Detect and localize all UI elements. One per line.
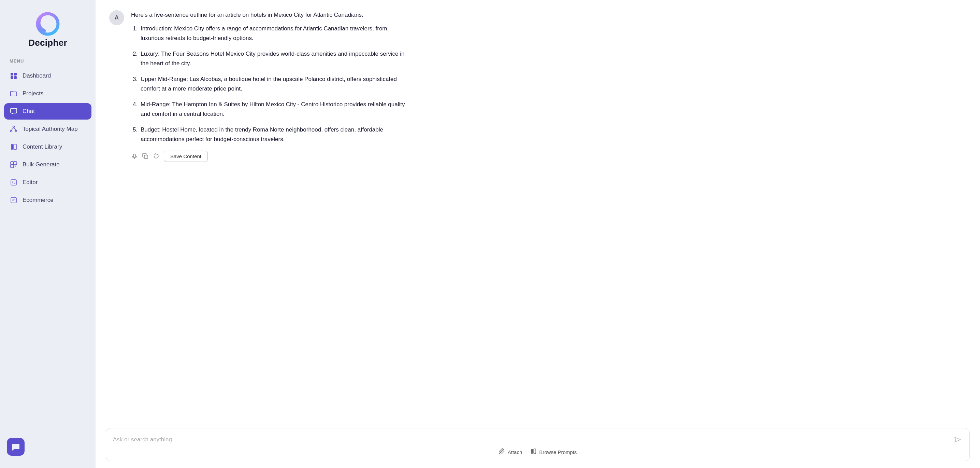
svg-rect-16 — [11, 165, 14, 168]
attach-button[interactable]: Attach — [499, 448, 522, 456]
svg-rect-13 — [14, 144, 16, 150]
svg-rect-24 — [534, 449, 536, 454]
sidebar-item-projects[interactable]: Projects — [4, 85, 91, 102]
library-icon — [10, 143, 18, 151]
menu-label: MENU — [0, 58, 95, 68]
chat-input[interactable] — [113, 436, 949, 443]
sidebar-item-dashboard[interactable]: Dashboard — [4, 68, 91, 84]
sidebar-item-label-ecommerce: Ecommerce — [22, 197, 54, 204]
svg-rect-1 — [11, 73, 13, 75]
ecommerce-icon — [10, 196, 18, 204]
sidebar-item-label-content-library: Content Library — [22, 144, 62, 150]
logo-icon — [34, 10, 61, 38]
browse-prompts-label: Browse Prompts — [539, 449, 577, 455]
svg-rect-5 — [11, 108, 17, 113]
sidebar-item-label-editor: Editor — [22, 179, 38, 186]
send-button[interactable] — [952, 434, 963, 445]
chat-input-area: Attach Browse Prompts — [95, 423, 980, 468]
svg-rect-12 — [12, 144, 13, 150]
audio-icon[interactable] — [131, 153, 138, 160]
svg-rect-3 — [11, 76, 13, 79]
sidebar-item-content-library[interactable]: Content Library — [4, 139, 91, 155]
sidebar-item-label-topical-authority-map: Topical Authority Map — [22, 126, 78, 133]
main-content: A Here's a five-sentence outline for an … — [95, 0, 980, 468]
logo-area: Decipher — [0, 7, 95, 58]
svg-rect-23 — [532, 449, 533, 454]
svg-line-9 — [11, 128, 14, 131]
sidebar-item-label-bulk-generate: Bulk Generate — [22, 161, 60, 168]
list-item: Luxury: The Four Seasons Hotel Mexico Ci… — [139, 49, 411, 68]
svg-point-7 — [11, 131, 12, 132]
chat-bubble-button[interactable] — [7, 438, 25, 456]
svg-rect-11 — [11, 144, 12, 150]
svg-rect-14 — [11, 161, 14, 165]
svg-line-10 — [14, 128, 16, 131]
bulk-icon — [10, 161, 18, 168]
copy-icon[interactable] — [142, 153, 149, 160]
list-item: Introduction: Mexico City offers a range… — [139, 24, 411, 43]
chat-messages: A Here's a five-sentence outline for an … — [95, 0, 980, 423]
sidebar-bottom — [0, 433, 95, 461]
svg-rect-19 — [134, 154, 135, 158]
logo-title: Decipher — [28, 38, 67, 48]
svg-rect-2 — [14, 73, 17, 75]
message-content: Here's a five-sentence outline for an ar… — [131, 10, 411, 162]
svg-point-8 — [15, 131, 17, 132]
sidebar-item-label-projects: Projects — [22, 90, 43, 97]
input-toolbar: Attach Browse Prompts — [113, 445, 963, 457]
list-item: Mid-Range: The Hampton Inn & Suites by H… — [139, 100, 411, 119]
sidebar-item-topical-authority-map[interactable]: Topical Authority Map — [4, 121, 91, 137]
svg-rect-4 — [14, 76, 17, 79]
message-actions: Save Content — [131, 151, 411, 162]
attach-icon — [499, 448, 505, 456]
editor-icon — [10, 179, 18, 186]
input-row — [113, 434, 963, 445]
svg-rect-17 — [11, 180, 16, 185]
svg-rect-21 — [144, 155, 148, 158]
chat-icon — [10, 108, 18, 115]
avatar: A — [109, 10, 124, 25]
list-item: Budget: Hostel Home, located in the tren… — [139, 125, 411, 144]
nav-list: Dashboard Projects Chat Topical Authorit… — [0, 68, 95, 433]
input-box: Attach Browse Prompts — [106, 428, 970, 461]
folder-icon — [10, 90, 18, 97]
svg-point-6 — [13, 126, 15, 128]
attach-label: Attach — [508, 449, 522, 455]
sidebar-item-ecommerce[interactable]: Ecommerce — [4, 192, 91, 208]
dashboard-icon — [10, 72, 18, 80]
sidebar-item-editor[interactable]: Editor — [4, 174, 91, 191]
hierarchy-icon — [10, 125, 18, 133]
message-row: A Here's a five-sentence outline for an … — [109, 10, 966, 162]
message-intro: Here's a five-sentence outline for an ar… — [131, 10, 411, 20]
browse-prompts-button[interactable]: Browse Prompts — [530, 448, 577, 456]
message-list: Introduction: Mexico City offers a range… — [131, 24, 411, 144]
sidebar-item-bulk-generate[interactable]: Bulk Generate — [4, 157, 91, 173]
sidebar-item-label-chat: Chat — [22, 108, 35, 115]
svg-rect-15 — [14, 161, 17, 165]
save-content-button[interactable]: Save Content — [164, 151, 208, 162]
sidebar: Decipher MENU Dashboard Projects Chat — [0, 0, 95, 468]
sidebar-item-chat[interactable]: Chat — [4, 103, 91, 120]
svg-rect-22 — [531, 449, 532, 454]
refresh-icon[interactable] — [153, 153, 160, 160]
browse-prompts-icon — [530, 448, 536, 456]
sidebar-item-label-dashboard: Dashboard — [22, 72, 51, 79]
list-item: Upper Mid-Range: Las Alcobas, a boutique… — [139, 75, 411, 94]
